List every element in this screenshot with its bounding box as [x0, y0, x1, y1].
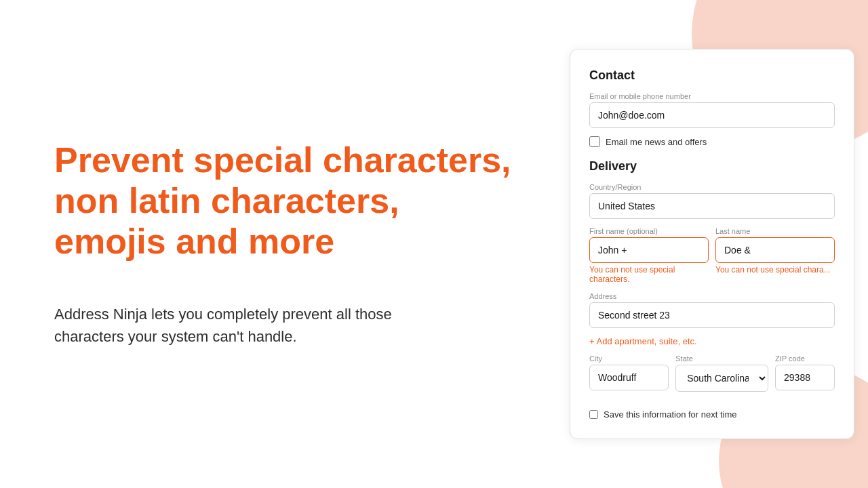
state-select[interactable]: South Carolina Alabama Alaska Arizona Ca… — [675, 365, 768, 392]
save-checkbox[interactable] — [589, 410, 598, 419]
zip-field-group: ZIP code — [775, 354, 835, 390]
headline: Prevent special characters, non latin ch… — [54, 140, 515, 262]
state-label: State — [675, 354, 768, 363]
email-news-checkbox[interactable] — [589, 136, 600, 147]
city-label: City — [589, 354, 669, 363]
email-news-label: Email me news and offers — [606, 137, 707, 147]
zip-label: ZIP code — [775, 354, 835, 363]
delivery-section: Delivery Country/Region First name (opti… — [589, 159, 835, 420]
save-row: Save this information for next time — [589, 409, 835, 420]
state-field-group: State South Carolina Alabama Alaska Ariz… — [675, 354, 768, 392]
last-name-input[interactable] — [715, 237, 835, 263]
first-name-error: You can not use special characters. — [589, 265, 709, 284]
country-field-group: Country/Region — [589, 183, 835, 219]
name-row: First name (optional) You can not use sp… — [589, 227, 835, 292]
city-state-zip-row: City State South Carolina Alabama Alaska… — [589, 354, 835, 400]
city-input[interactable] — [589, 365, 669, 390]
last-name-error: You can not use special chara... — [715, 265, 835, 274]
right-panel: Contact Email or mobile phone number Ema… — [556, 35, 868, 453]
zip-input[interactable] — [775, 365, 835, 390]
address-field-group: Address — [589, 292, 835, 328]
add-apartment-link[interactable]: + Add apartment, suite, etc. — [589, 336, 835, 346]
address-label: Address — [589, 292, 835, 300]
email-field-group: Email or mobile phone number — [589, 92, 835, 128]
save-label: Save this information for next time — [604, 409, 737, 420]
email-news-row: Email me news and offers — [589, 136, 835, 147]
country-input[interactable] — [589, 193, 835, 219]
left-panel: Prevent special characters, non latin ch… — [0, 100, 556, 388]
last-name-field-group: Last name You can not use special chara.… — [715, 227, 835, 284]
last-name-label: Last name — [715, 227, 835, 235]
contact-section: Contact Email or mobile phone number Ema… — [589, 68, 835, 147]
first-name-field-group: First name (optional) You can not use sp… — [589, 227, 709, 284]
address-input[interactable] — [589, 302, 835, 328]
city-field-group: City — [589, 354, 669, 390]
subtext: Address Ninja lets you completely preven… — [54, 303, 461, 348]
email-input[interactable] — [589, 102, 835, 128]
contact-section-title: Contact — [589, 68, 835, 83]
form-card: Contact Email or mobile phone number Ema… — [570, 49, 854, 439]
delivery-section-title: Delivery — [589, 159, 835, 174]
first-name-label: First name (optional) — [589, 227, 709, 235]
email-field-label: Email or mobile phone number — [589, 92, 835, 100]
country-label: Country/Region — [589, 183, 835, 191]
first-name-input[interactable] — [589, 237, 709, 263]
